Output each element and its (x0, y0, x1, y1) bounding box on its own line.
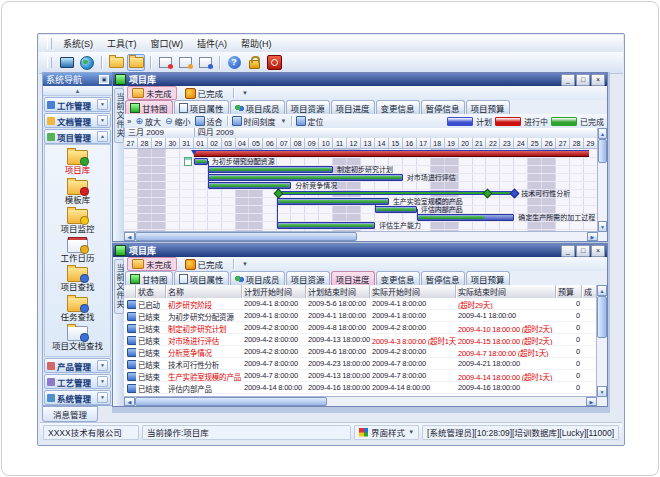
scroll-thumb[interactable] (135, 232, 357, 241)
table-row[interactable]: 已结束分析竞争情况2009-4-2 8:00:002009-4-6 18:00:… (124, 346, 597, 358)
gantt-panel-titlebar[interactable]: 项目库 _□× (113, 73, 607, 86)
table-horizontal-scrollbar[interactable]: ◀ ▶ (124, 396, 597, 406)
table-row[interactable]: 已结束为初步研究分配资源2009-4-1 8:00:002009-4-1 18:… (124, 310, 597, 322)
chevron-up-icon[interactable]: ▲ (97, 131, 108, 142)
gantt-horizontal-scrollbar[interactable]: ◀ ▶ (124, 231, 598, 241)
column-header-计划开始时间[interactable]: 计划开始时间 (242, 285, 306, 298)
chevron-down-icon[interactable]: ▼ (97, 392, 108, 403)
table-row[interactable]: 已结束生产实验室规模的产品2009-4-7 8:00:002009-4-13 1… (124, 370, 597, 382)
tab-项目成员[interactable]: 项目成员 (230, 100, 285, 114)
tab-变更信息[interactable]: 变更信息 (376, 271, 420, 285)
sidebar-item-工作日历[interactable]: 工作日历 (45, 238, 110, 263)
tab-项目预算[interactable]: 项目预算 (466, 271, 510, 285)
grid-panel-titlebar[interactable]: 项目库 _□× (113, 244, 607, 257)
column-header-计划结束时间[interactable]: 计划结束时间 (306, 285, 370, 298)
gantt-tool-定位[interactable]: 定位 (296, 116, 324, 127)
tab-暂停信息[interactable]: 暂停信息 (421, 271, 465, 285)
filter-completed[interactable]: 已完成 (180, 86, 229, 100)
tab-项目资源[interactable]: 项目资源 (286, 100, 330, 114)
sidebar-item-项目文档查找[interactable]: 项目文档查找 (45, 326, 110, 351)
menu-item-帮助(H)[interactable]: 帮助(H) (234, 35, 279, 52)
tab-项目属性[interactable]: 项目属性 (174, 271, 229, 285)
lock-button[interactable] (245, 54, 263, 71)
sidebar-group-文档管理[interactable]: 文档管理▼ (44, 113, 111, 128)
table-row[interactable]: 已启动初步研究阶段2009-4-1 8:00:002009-5-6 18:00:… (124, 298, 597, 310)
sidebar-group-产品管理[interactable]: 产品管理▼ (44, 358, 111, 373)
column-header-成[interactable]: 成 (582, 285, 597, 298)
chevron-down-icon[interactable]: ▼ (97, 360, 108, 371)
sidebar-group-系统管理[interactable]: 系统管理▼ (44, 390, 111, 405)
sidebar-group-项目管理[interactable]: 项目管理▲ (44, 129, 111, 144)
sidebar-item-项目库[interactable]: 项目库 (45, 150, 110, 175)
tab-变更信息[interactable]: 变更信息 (376, 100, 420, 114)
sidebar-item-项目查找[interactable]: 项目查找 (45, 267, 110, 292)
folder-button[interactable] (107, 54, 125, 71)
tab-项目属性[interactable]: 项目属性 (174, 100, 229, 114)
table-row[interactable]: 已结束制定初步研究计划2009-4-2 8:00:002009-4-8 18:0… (124, 322, 597, 334)
toolbar-overflow-icon[interactable]: » (127, 117, 131, 126)
maximize-button[interactable]: □ (576, 74, 590, 86)
monitor-button[interactable] (58, 54, 76, 71)
chevron-down-icon[interactable]: ▼ (97, 99, 108, 110)
sidebar-item-模板库[interactable]: 模板库 (45, 180, 110, 205)
gantt-tool-缩小[interactable]: ⊖缩小 (165, 116, 191, 127)
folder-open-button[interactable] (127, 54, 145, 71)
current-folder-tab[interactable]: 当前文件夹 (114, 259, 124, 314)
gantt-tool-适合[interactable]: 适合 (195, 116, 223, 127)
tab-项目进度[interactable]: 项目进度 (331, 100, 375, 114)
table-row[interactable]: 已结束对市场进行评估2009-4-2 8:00:002009-4-13 18:0… (124, 334, 597, 346)
sidebar-collapse-button[interactable]: ▲ (43, 86, 112, 96)
chevron-down-icon[interactable]: ▼ (97, 376, 108, 387)
mail-open-button[interactable] (176, 54, 194, 71)
scroll-right-icon[interactable]: ▶ (587, 232, 598, 241)
tab-项目资源[interactable]: 项目资源 (286, 271, 330, 285)
sidebar-item-任务查找[interactable]: 任务查找 (45, 297, 110, 322)
sidebar-group-工艺管理[interactable]: 工艺管理▼ (44, 374, 111, 389)
scroll-thumb[interactable] (598, 139, 607, 163)
column-header-实际结束时间[interactable]: 实际结束时间 (456, 285, 556, 298)
menu-item-系统(S)[interactable]: 系统(S) (56, 35, 100, 52)
tab-项目预算[interactable]: 项目预算 (466, 100, 510, 114)
column-header-名称[interactable]: 名称 (166, 285, 242, 298)
scroll-right-icon[interactable]: ▶ (586, 397, 597, 406)
minimize-button[interactable]: _ (561, 245, 575, 257)
filter-overflow-icon[interactable]: ▼ (239, 90, 251, 96)
minimize-button[interactable]: _ (561, 74, 575, 86)
close-button[interactable]: × (591, 245, 605, 257)
message-management-tab[interactable]: 消息管理 (42, 406, 98, 422)
menu-item-工具(T)[interactable]: 工具(T) (100, 35, 144, 52)
gantt-chart[interactable]: 为初步研究分配资源制定初步研究计划对市场进行评估分析竞争情况技术可行性分析生产实… (124, 149, 598, 232)
scroll-left-icon[interactable]: ◀ (124, 232, 135, 241)
scroll-down-icon[interactable]: ▼ (598, 221, 607, 232)
gantt-tool-时间刻度[interactable]: 时间刻度▼ (232, 116, 287, 127)
globe-button[interactable] (78, 54, 96, 71)
tab-甘特图[interactable]: 甘特图 (125, 100, 173, 114)
help-button[interactable]: ? (225, 54, 243, 71)
menubar-grip[interactable] (47, 38, 52, 49)
tab-项目进度[interactable]: 项目进度 (331, 271, 375, 285)
scroll-down-icon[interactable]: ▼ (597, 386, 607, 397)
mail-report-button[interactable] (196, 54, 214, 71)
column-header-预算[interactable]: 预算 (556, 285, 582, 298)
gantt-tool-放大[interactable]: ⊕放大 (135, 116, 161, 127)
chevron-down-icon[interactable]: ▼ (97, 115, 108, 126)
scroll-up-icon[interactable]: ▲ (598, 128, 607, 139)
toolbar-grip[interactable] (47, 57, 52, 68)
scroll-left-icon[interactable]: ◀ (124, 397, 135, 406)
filter-incomplete[interactable]: 未完成 (127, 257, 177, 271)
table-row[interactable]: 已结束技术可行性分析2009-4-7 8:00:002009-4-23 18:0… (124, 358, 597, 370)
tab-暂停信息[interactable]: 暂停信息 (421, 100, 465, 114)
tab-项目成员[interactable]: 项目成员 (230, 271, 285, 285)
interface-style-button[interactable]: 界面样式 ▼ (354, 425, 419, 440)
table-row[interactable]: 已结束评估内部产品2009-4-14 8:00:002009-4-16 18:0… (124, 382, 597, 394)
column-header-状态[interactable]: 状态 (136, 285, 166, 298)
close-button[interactable]: × (591, 74, 605, 86)
tab-甘特图[interactable]: 甘特图 (125, 271, 173, 285)
stop-button[interactable] (265, 54, 283, 71)
gantt-vertical-scrollbar[interactable]: ▲ ▼ (597, 128, 607, 232)
maximize-button[interactable]: □ (576, 245, 590, 257)
filter-completed[interactable]: 已完成 (180, 257, 229, 271)
sidebar-item-项目监控[interactable]: 项目监控 (45, 209, 110, 234)
table-vertical-scrollbar[interactable]: ▲ ▼ (596, 285, 607, 397)
sidebar-group-工作管理[interactable]: 工作管理▼ (44, 97, 111, 112)
